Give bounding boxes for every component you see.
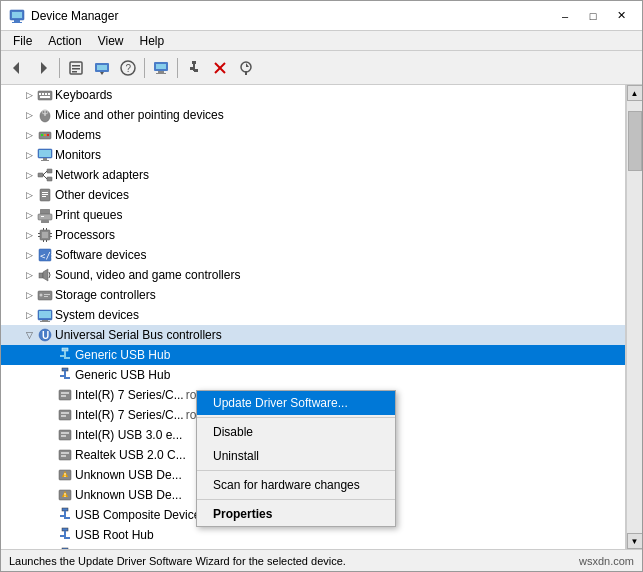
expand-modems[interactable]: ▷ bbox=[21, 127, 37, 143]
toolbar-properties[interactable] bbox=[64, 56, 88, 80]
tree-item-storage[interactable]: ▷ Storage controllers bbox=[1, 285, 625, 305]
svg-rect-32 bbox=[48, 93, 50, 95]
expand-unknown-1 bbox=[41, 467, 57, 483]
expand-network[interactable]: ▷ bbox=[21, 167, 37, 183]
tree-label-intel-2: Intel(R) 7 Series/C... bbox=[75, 408, 184, 422]
expand-print[interactable]: ▷ bbox=[21, 207, 37, 223]
svg-rect-67 bbox=[50, 236, 52, 237]
tree-item-generic-usb-1[interactable]: Generic USB Hub bbox=[1, 345, 625, 365]
svg-rect-66 bbox=[50, 233, 52, 234]
svg-rect-2 bbox=[14, 20, 20, 22]
scrollbar[interactable]: ▲ ▼ bbox=[626, 85, 642, 549]
maximize-button[interactable]: □ bbox=[580, 6, 606, 26]
tree-item-system[interactable]: ▷ System devices bbox=[1, 305, 625, 325]
svg-point-39 bbox=[44, 134, 46, 136]
toolbar-forward[interactable] bbox=[31, 56, 55, 80]
minimize-button[interactable]: – bbox=[552, 6, 578, 26]
toolbar-sep-2 bbox=[144, 58, 145, 78]
toolbar-back[interactable] bbox=[5, 56, 29, 80]
context-update-driver[interactable]: Update Driver Software... bbox=[197, 391, 395, 415]
svg-rect-113 bbox=[66, 517, 70, 519]
storage-icon bbox=[37, 287, 53, 303]
expand-mice[interactable]: ▷ bbox=[21, 107, 37, 123]
status-brand: wsxdn.com bbox=[579, 555, 634, 567]
expand-other[interactable]: ▷ bbox=[21, 187, 37, 203]
tree-item-software[interactable]: ▷ </> Software devices bbox=[1, 245, 625, 265]
expand-keyboards[interactable]: ▷ bbox=[21, 87, 37, 103]
tree-item-keyboards[interactable]: ▷ Keyboards bbox=[1, 85, 625, 105]
toolbar-update-driver[interactable] bbox=[90, 56, 114, 80]
tree-item-network[interactable]: ▷ Network adapters bbox=[1, 165, 625, 185]
svg-line-49 bbox=[43, 175, 47, 179]
toolbar-help[interactable]: ? bbox=[116, 56, 140, 80]
tree-item-usb-controllers[interactable]: ▽ U Universal Serial Bus controllers bbox=[1, 325, 625, 345]
tree-label-usb: Universal Serial Bus controllers bbox=[55, 328, 222, 342]
expand-generic-usb-2 bbox=[41, 367, 57, 383]
scroll-thumb[interactable] bbox=[628, 111, 642, 171]
svg-rect-65 bbox=[38, 236, 40, 237]
toolbar-computer[interactable] bbox=[149, 56, 173, 80]
expand-system[interactable]: ▷ bbox=[21, 307, 37, 323]
expand-monitors[interactable]: ▷ bbox=[21, 147, 37, 163]
usb-hub-icon-1 bbox=[57, 347, 73, 363]
svg-rect-116 bbox=[60, 535, 64, 537]
close-button[interactable]: ✕ bbox=[608, 6, 634, 26]
tree-label-sound: Sound, video and game controllers bbox=[55, 268, 240, 282]
svg-rect-111 bbox=[64, 511, 66, 519]
expand-sound[interactable]: ▷ bbox=[21, 267, 37, 283]
monitor-icon bbox=[37, 147, 53, 163]
tree-pane[interactable]: ▷ Keyboards ▷ Mice and other pointing de… bbox=[1, 85, 626, 549]
scroll-down[interactable]: ▼ bbox=[627, 533, 643, 549]
toolbar-usb[interactable] bbox=[182, 56, 206, 80]
tree-item-generic-usb-2[interactable]: Generic USB Hub bbox=[1, 365, 625, 385]
menu-view[interactable]: View bbox=[90, 32, 132, 50]
svg-rect-30 bbox=[42, 93, 44, 95]
expand-intel-1 bbox=[41, 387, 57, 403]
svg-rect-115 bbox=[64, 531, 66, 539]
svg-rect-104 bbox=[65, 473, 66, 476]
menu-file[interactable]: File bbox=[5, 32, 40, 50]
context-uninstall[interactable]: Uninstall bbox=[197, 444, 395, 468]
svg-rect-74 bbox=[44, 294, 50, 295]
tree-item-root-hub-2[interactable]: USB Root Hub bbox=[1, 545, 625, 549]
expand-processors[interactable]: ▷ bbox=[21, 227, 37, 243]
tree-item-sound[interactable]: ▷ Sound, video and game controllers bbox=[1, 265, 625, 285]
context-disable[interactable]: Disable bbox=[197, 420, 395, 444]
svg-rect-70 bbox=[39, 273, 43, 278]
context-sep-1 bbox=[197, 417, 395, 418]
svg-rect-59 bbox=[42, 232, 48, 238]
context-scan[interactable]: Scan for hardware changes bbox=[197, 473, 395, 497]
svg-rect-61 bbox=[46, 228, 47, 230]
tree-item-root-hub-1[interactable]: USB Root Hub bbox=[1, 525, 625, 545]
tree-item-processors[interactable]: ▷ Processors bbox=[1, 225, 625, 245]
expand-usb[interactable]: ▽ bbox=[21, 327, 37, 343]
toolbar-remove[interactable] bbox=[208, 56, 232, 80]
scroll-up[interactable]: ▲ bbox=[627, 85, 643, 101]
svg-rect-18 bbox=[156, 73, 166, 74]
context-properties[interactable]: Properties bbox=[197, 502, 395, 526]
menu-help[interactable]: Help bbox=[132, 32, 173, 50]
toolbar-scan[interactable] bbox=[234, 56, 258, 80]
intel-usb3-icon bbox=[57, 427, 73, 443]
tree-label-storage: Storage controllers bbox=[55, 288, 156, 302]
tree-item-modems[interactable]: ▷ Modems bbox=[1, 125, 625, 145]
tree-item-monitors[interactable]: ▷ Monitors bbox=[1, 145, 625, 165]
svg-rect-44 bbox=[41, 160, 49, 161]
expand-software[interactable]: ▷ bbox=[21, 247, 37, 263]
tree-label-software: Software devices bbox=[55, 248, 146, 262]
content-area: ▷ Keyboards ▷ Mice and other pointing de… bbox=[1, 85, 642, 549]
tree-item-print[interactable]: ▷ Print queues bbox=[1, 205, 625, 225]
scroll-track[interactable] bbox=[627, 101, 643, 533]
tree-item-mice[interactable]: ▷ Mice and other pointing devices bbox=[1, 105, 625, 125]
tree-label-unknown-1: Unknown USB De... bbox=[75, 468, 182, 482]
svg-rect-56 bbox=[41, 220, 49, 223]
realtek-icon bbox=[57, 447, 73, 463]
svg-rect-33 bbox=[40, 96, 50, 98]
system-icon bbox=[37, 307, 53, 323]
window-icon bbox=[9, 8, 25, 24]
expand-storage[interactable]: ▷ bbox=[21, 287, 37, 303]
tree-item-other[interactable]: ▷ Other devices bbox=[1, 185, 625, 205]
tree-label-composite: USB Composite Device bbox=[75, 508, 200, 522]
menu-action[interactable]: Action bbox=[40, 32, 89, 50]
tree-label-generic-usb-2: Generic USB Hub bbox=[75, 368, 170, 382]
